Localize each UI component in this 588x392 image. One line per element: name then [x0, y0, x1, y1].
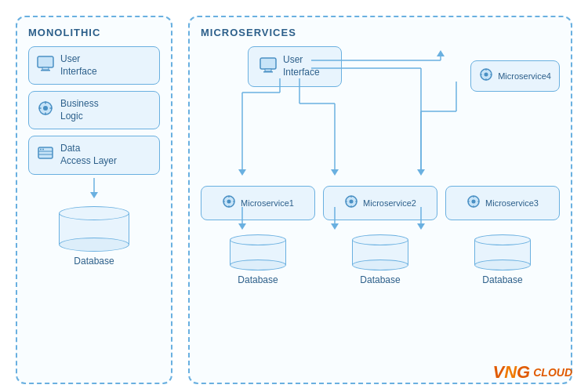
svg-rect-0	[38, 56, 53, 67]
ms-db3-label: Database	[482, 274, 522, 285]
logic-icon	[37, 100, 54, 121]
svg-point-41	[227, 200, 231, 204]
vng-logo: VNG CLOUD	[493, 362, 572, 383]
ms4-block: Microservice4	[470, 60, 560, 92]
ms4-label: Microservice4	[498, 71, 551, 82]
diagram-area: MONOLITHIC UserInterface	[16, 16, 572, 384]
ms4-icon	[479, 67, 493, 85]
ms-db2: Database	[323, 234, 437, 285]
main-container: MONOLITHIC UserInterface	[0, 0, 588, 392]
mono-dal-label: DataAccess Layer	[60, 143, 117, 167]
logo-n: N	[504, 362, 517, 382]
ms3-label: Microservice3	[485, 198, 539, 209]
ms-ui-icon	[260, 56, 277, 77]
svg-point-45	[472, 200, 476, 204]
svg-marker-37	[331, 223, 339, 230]
ms-db3: Database	[445, 234, 560, 285]
ms-db1-label: Database	[238, 274, 278, 285]
mono-logic-label: BusinessLogic	[60, 98, 99, 122]
mono-arrow	[86, 175, 102, 203]
mono-block-logic: BusinessLogic	[28, 91, 160, 129]
svg-marker-27	[417, 169, 425, 176]
svg-rect-2	[41, 70, 50, 71]
microservices-title: MICROSERVICES	[201, 27, 296, 38]
monolithic-title: MONOLITHIC	[28, 27, 100, 38]
ms-ui-block: UserInterface	[248, 46, 342, 87]
svg-point-43	[350, 200, 354, 204]
svg-point-9	[42, 149, 44, 151]
svg-rect-1	[42, 67, 49, 70]
svg-point-8	[40, 149, 42, 151]
mono-ui-label: UserInterface	[60, 53, 97, 78]
db-bottom	[59, 238, 129, 252]
ms-databases-row: Database Database Database	[201, 234, 560, 285]
svg-marker-39	[417, 223, 425, 230]
ui-icon	[37, 55, 54, 76]
svg-point-16	[485, 73, 488, 77]
ms-ui-label: UserInterface	[283, 54, 320, 78]
monolithic-section: MONOLITHIC UserInterface	[16, 16, 172, 384]
ms3-icon	[466, 194, 481, 212]
ms-services-row: Microservice1 Microservice2	[201, 186, 560, 220]
svg-marker-20	[238, 169, 246, 176]
svg-rect-13	[265, 69, 271, 71]
mono-database: Database	[59, 206, 129, 267]
svg-point-4	[43, 106, 48, 111]
microservices-section: MICROSERVICES UserInterface	[188, 16, 572, 384]
ms2-icon	[344, 194, 358, 212]
logo-g: G	[517, 362, 530, 382]
ms1-label: Microservice1	[241, 198, 294, 209]
svg-marker-11	[90, 192, 98, 198]
db-top	[59, 206, 129, 220]
svg-marker-35	[238, 223, 246, 230]
ms1-icon	[222, 194, 236, 212]
ms1-block: Microservice1	[201, 186, 315, 220]
mono-blocks: UserInterface BusinessLogic	[28, 46, 160, 175]
ms2-block: Microservice2	[323, 186, 437, 220]
mono-db-label: Database	[74, 256, 114, 267]
ms-db2-label: Database	[360, 274, 400, 285]
ms-db1: Database	[201, 234, 315, 285]
ms2-label: Microservice2	[363, 198, 416, 209]
svg-rect-12	[260, 58, 276, 69]
svg-marker-24	[331, 169, 339, 176]
mono-block-ui: UserInterface	[28, 46, 160, 85]
logo-cloud: CLOUD	[533, 366, 572, 379]
svg-rect-14	[263, 71, 273, 73]
dal-icon	[37, 144, 54, 165]
ms3-block: Microservice3	[445, 186, 560, 220]
mono-block-dal: DataAccess Layer	[28, 136, 160, 174]
logo-v: V	[493, 362, 505, 382]
